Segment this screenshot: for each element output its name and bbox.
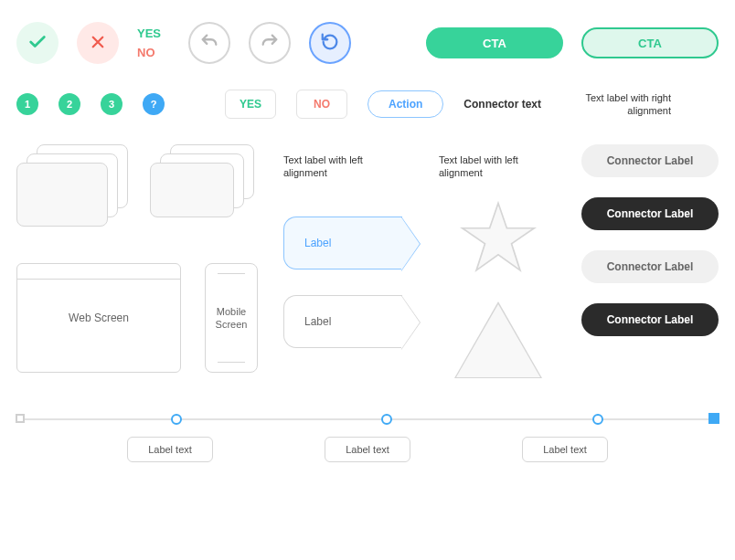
tag-blue-label: Label (304, 237, 331, 249)
connector-label-pill-1[interactable]: Connector Label (581, 144, 719, 177)
right-align-label: Text label with right alignment (561, 91, 671, 118)
card-stack-large[interactable] (16, 144, 126, 227)
cancel-button[interactable] (77, 22, 119, 64)
connector-label-pill-4[interactable]: Connector Label (581, 303, 719, 336)
slider-end-handle[interactable] (708, 413, 719, 424)
mobile-screen-frame[interactable]: Mobile Screen (205, 263, 258, 373)
step-1-badge[interactable]: 1 (16, 93, 38, 115)
row-top-controls: YES NO CTA CTA (16, 22, 719, 64)
cta-primary-button[interactable]: CTA (426, 27, 563, 58)
slider-label-3[interactable]: Label text (522, 437, 608, 462)
tag-shape-blue[interactable]: Label (283, 217, 402, 269)
svg-marker-0 (463, 203, 535, 269)
slider-node-3[interactable] (592, 414, 603, 425)
connector-text-label: Connector text (463, 98, 541, 111)
confirm-button[interactable] (16, 22, 59, 64)
undo-button[interactable] (188, 22, 230, 64)
close-icon (90, 34, 106, 53)
cta-primary-label: CTA (483, 37, 506, 50)
slider-node-1[interactable] (171, 414, 182, 425)
connector-label-pill-3[interactable]: Connector Label (581, 250, 719, 283)
yes-label: YES (137, 26, 161, 40)
check-icon (27, 32, 48, 55)
cta-secondary-button[interactable]: CTA (581, 27, 719, 58)
slider-labels-row: Label text Label text Label text (16, 437, 719, 462)
slider-label-2[interactable]: Label text (325, 437, 410, 462)
action-button[interactable]: Action (368, 90, 443, 118)
no-label: NO (137, 46, 161, 59)
step-2-badge[interactable]: 2 (59, 93, 80, 115)
tag-gray-label: Label (304, 315, 331, 328)
help-badge[interactable]: ? (143, 93, 165, 115)
left-align-label-1: Text label with left alignment (283, 153, 402, 180)
tags-column: Text label with left alignment Label Lab… (283, 144, 415, 348)
left-align-label-2: Text label with left alignment (439, 153, 558, 180)
yes-button[interactable]: YES (225, 90, 276, 119)
redo-button[interactable] (249, 22, 291, 64)
triangle-icon[interactable] (454, 301, 542, 378)
tag-shape-gray[interactable]: Label (283, 295, 402, 348)
web-screen-label: Web Screen (69, 312, 129, 324)
undo-icon (199, 32, 219, 55)
timeline-slider[interactable] (16, 418, 719, 420)
web-screen-frame[interactable]: Web Screen (16, 263, 181, 373)
middle-section: Web Screen Mobile Screen Text label with… (16, 144, 719, 378)
star-icon[interactable] (459, 200, 538, 278)
slider-node-2[interactable] (381, 414, 392, 425)
connectors-column: Connector Label Connector Label Connecto… (581, 144, 719, 356)
slider-label-1[interactable]: Label text (127, 437, 213, 462)
step-3-badge[interactable]: 3 (101, 93, 122, 115)
mobile-screen-label: Mobile Screen (206, 305, 257, 332)
redo-icon (260, 32, 280, 55)
shapes-column: Text label with left alignment (439, 144, 558, 378)
card-stack-small[interactable] (150, 144, 260, 227)
cta-secondary-label: CTA (638, 37, 662, 50)
refresh-icon (320, 32, 340, 55)
yes-no-stack: YES NO (137, 26, 161, 59)
slider-start-handle[interactable] (16, 414, 25, 423)
screens-column: Web Screen Mobile Screen (16, 144, 260, 373)
reset-button[interactable] (309, 22, 351, 64)
connector-label-pill-2[interactable]: Connector Label (581, 197, 719, 230)
row-secondary-controls: 1 2 3 ? YES NO Action Connector text Tex… (16, 90, 719, 119)
no-button[interactable]: NO (296, 90, 347, 119)
